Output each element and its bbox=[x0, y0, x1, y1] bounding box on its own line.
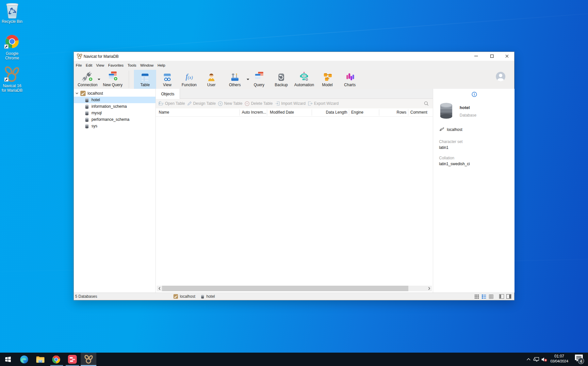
svg-text:4: 4 bbox=[580, 358, 582, 363]
